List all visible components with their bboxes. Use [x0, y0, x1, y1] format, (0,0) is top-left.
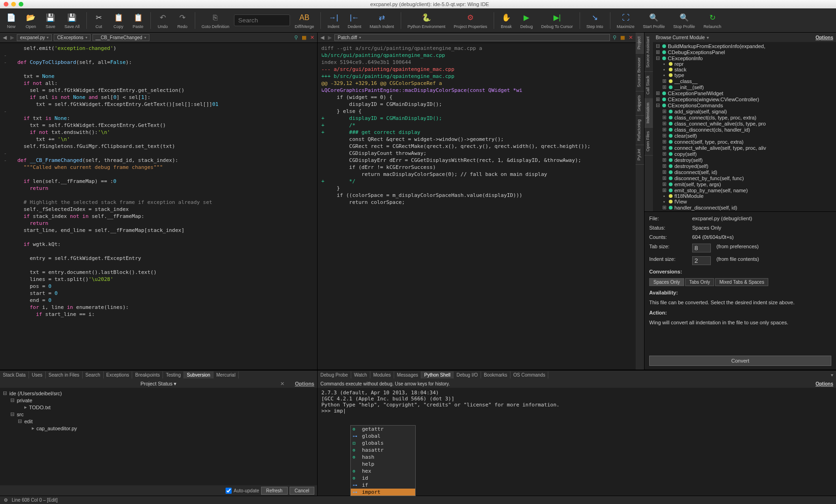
file-dropdown[interactable]: Patch.diff — [334, 34, 610, 41]
sidetab-snippets[interactable]: Snippets — [636, 91, 644, 116]
tab-subversion[interactable]: Subversion — [184, 371, 213, 378]
start-profile-button[interactable]: 🔍Start Profile — [639, 11, 669, 30]
expand-icon[interactable]: ⊞ — [661, 204, 667, 210]
goto-definition-button[interactable]: ⎘Goto Definition — [198, 11, 234, 30]
tab-breakpoints[interactable]: Breakpoints — [132, 371, 163, 378]
gear-icon[interactable]: ⚙ — [4, 497, 8, 503]
outline-item[interactable]: ⊞emit(self, type, args) — [654, 181, 835, 187]
outline-item[interactable]: ⊞destroyed(self) — [654, 163, 835, 169]
outline-tree[interactable]: ⊟BuildMarkupFromExceptionInfo(expanded, … — [653, 42, 836, 211]
expand-icon[interactable]: ⊞ — [661, 120, 667, 126]
expand-icon[interactable]: ⊞ — [661, 169, 667, 175]
debug-to-cursor-button[interactable]: ▶|Debug To Cursor — [538, 11, 577, 30]
project-status-dropdown[interactable]: Project Status ▾ — [141, 381, 177, 387]
expand-icon[interactable]: ⊞ — [661, 78, 667, 84]
step-into-button[interactable]: ↘Step Into — [583, 11, 607, 30]
outline-item[interactable]: •fI18NModule — [654, 193, 835, 199]
tab-os-commands[interactable]: OS Commands — [510, 371, 548, 378]
convert-button[interactable]: Convert — [649, 356, 831, 366]
project-properties-button[interactable]: ⚙Project Properties — [450, 11, 491, 30]
expand-icon[interactable]: ⊞ — [661, 151, 667, 157]
tree-item[interactable]: ▸cap_autoeditor.py — [2, 425, 315, 432]
search-input[interactable] — [234, 14, 290, 26]
zoom-window-icon[interactable] — [19, 2, 23, 7]
expand-icon[interactable]: ⊞ — [661, 163, 667, 169]
sidetab-project[interactable]: Project — [636, 33, 644, 54]
cancel-button[interactable]: Cancel — [290, 487, 314, 495]
sidetab-indentation[interactable]: Indentation — [645, 99, 653, 128]
open-button[interactable]: 📂Open — [21, 11, 40, 30]
expand-icon[interactable]: ⊞ — [661, 114, 667, 120]
completion-item[interactable]: help — [351, 461, 415, 468]
outline-item[interactable]: •stack — [654, 67, 835, 72]
expand-icon[interactable]: ⊟ — [17, 418, 22, 424]
sidetab-source-assistant[interactable]: Source Assistant — [645, 33, 653, 72]
file-dropdown[interactable]: excpanel.py — [17, 34, 52, 41]
completion-item[interactable]: ⊚hasattr — [351, 447, 415, 454]
options-link[interactable]: Options — [815, 381, 833, 386]
expand-icon[interactable]: ⊟ — [655, 55, 660, 61]
tab-testing[interactable]: Testing — [163, 371, 184, 378]
expand-icon[interactable]: ⊞ — [661, 84, 667, 90]
completion-item[interactable]: ⊚hash — [351, 454, 415, 461]
tree-item[interactable]: ▸TODO.txt — [2, 404, 315, 411]
code-editor-left[interactable]: self.emit('exception-changed')- - def Co… — [0, 43, 317, 370]
tabsize-input[interactable] — [692, 244, 711, 252]
options-link[interactable]: Options — [295, 381, 314, 386]
outline-item[interactable]: ⊞CExceptionPanelWidget — [654, 90, 835, 96]
browser-title[interactable]: Browse Current Module — [656, 35, 705, 40]
completion-item[interactable]: ⊶if — [351, 482, 415, 489]
expand-icon[interactable]: ⊞ — [661, 187, 667, 193]
project-tree[interactable]: ⊟ide (/Users/sdeibel/src)⊟private▸TODO.t… — [0, 388, 317, 485]
completion-item[interactable]: ⊡globals — [351, 440, 415, 447]
outline-item[interactable]: ⊞handler_disconnect(self, id) — [654, 204, 835, 210]
expand-icon[interactable]: ⊞ — [661, 139, 667, 145]
code-editor-diff[interactable]: diff --git a/src/gui/painting/qpaintengi… — [318, 43, 636, 370]
outline-item[interactable]: ⊞connect_while_alive(self, type, proc, a… — [654, 145, 835, 151]
split-icon[interactable]: ▦ — [619, 35, 626, 41]
nav-fwd-icon[interactable]: ▶ — [327, 35, 333, 41]
expand-icon[interactable]: ⊞ — [661, 175, 667, 181]
tab-modules[interactable]: Modules — [370, 371, 394, 378]
outline-item[interactable]: •repr — [654, 61, 835, 67]
python-environment-button[interactable]: 🐍Python Environment — [404, 11, 449, 30]
tab-bookmarks[interactable]: Bookmarks — [481, 371, 510, 378]
paste-button[interactable]: 📋Paste — [129, 11, 148, 30]
scope-dropdown[interactable]: CExceptions — [54, 34, 90, 41]
completion-popup[interactable]: ⊚getattr⊶global⊡globals⊚hasattr⊚hashhelp… — [350, 425, 416, 496]
expand-icon[interactable]: ⊟ — [9, 411, 15, 417]
expand-icon[interactable]: ⊟ — [2, 390, 7, 396]
completion-item[interactable]: ⊶import — [351, 489, 415, 496]
outline-item[interactable]: ⊞class_connect(cls, type, proc, extra) — [654, 114, 835, 120]
completion-item[interactable]: ⊚id — [351, 475, 415, 482]
outline-item[interactable]: ⊟BuildMarkupFromExceptionInfo(expanded, — [654, 43, 835, 49]
fold-icon[interactable]: - — [4, 108, 7, 115]
expand-icon[interactable]: ⊞ — [661, 133, 667, 139]
indentsize-input[interactable] — [692, 256, 711, 265]
sync-icon[interactable]: ⚲ — [293, 35, 299, 41]
expand-icon[interactable]: ⊞ — [655, 49, 660, 55]
expand-icon[interactable]: • — [661, 61, 667, 67]
stop-profile-button[interactable]: 🔍Stop Profile — [670, 11, 699, 30]
outline-item[interactable]: ⊞add_signal(self, signal) — [654, 108, 835, 114]
fold-icon[interactable]: - — [4, 52, 7, 59]
expand-icon[interactable]: • — [661, 67, 667, 72]
tree-item[interactable]: ⊟private — [2, 397, 315, 404]
close-window-icon[interactable] — [4, 2, 8, 7]
expand-icon[interactable]: ⊞ — [661, 157, 667, 163]
expand-icon[interactable]: • — [661, 72, 667, 78]
undo-button[interactable]: ↶Undo — [154, 11, 172, 30]
expand-icon[interactable]: ⊞ — [661, 181, 667, 187]
tab-exceptions[interactable]: Exceptions — [104, 371, 133, 378]
expand-icon[interactable]: ⊟ — [9, 397, 15, 403]
completion-item[interactable]: ⊚getattr — [351, 426, 415, 433]
tab-uses[interactable]: Uses — [29, 371, 46, 378]
tab-python-shell[interactable]: Python Shell — [421, 371, 453, 378]
outline-item[interactable]: •type — [654, 72, 835, 78]
tab-stack-data[interactable]: Stack Data — [0, 371, 29, 378]
close-editor-icon[interactable]: ✕ — [628, 35, 634, 41]
cut-button[interactable]: ✂Cut — [90, 11, 108, 30]
dropdown-icon[interactable]: ▾ — [828, 372, 836, 378]
save-button[interactable]: 💾Save — [41, 11, 60, 30]
outline-item[interactable]: ⊞connect(self, type, proc, extra) — [654, 139, 835, 145]
